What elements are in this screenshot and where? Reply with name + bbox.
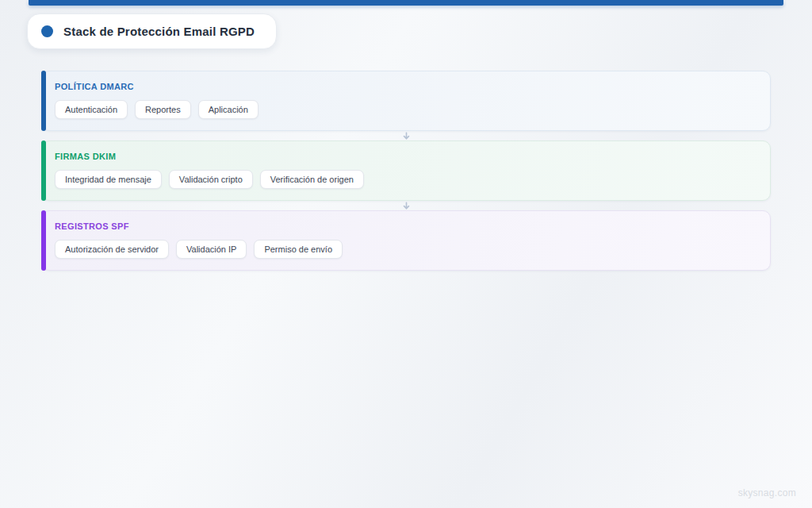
layer-title-spf: REGISTROS SPF (55, 221, 757, 231)
layer-card-dkim: FIRMAS DKIM Integridad de mensaje Valida… (41, 140, 771, 201)
page-title: Stack de Protección Email RGPD (63, 25, 255, 38)
accent-bar (41, 71, 46, 131)
top-accent-bar (29, 0, 783, 6)
chip-autorizacion-servidor: Autorización de servidor (55, 240, 169, 259)
accent-bar (41, 140, 46, 201)
connector-2 (41, 201, 771, 210)
arrow-down-icon (402, 202, 411, 210)
watermark: skysnag.com (738, 487, 796, 498)
chip-validacion-ip: Validación IP (176, 240, 247, 259)
layer-card-dmarc: POLÍTICA DMARC Autenticación Reportes Ap… (41, 71, 771, 131)
connector-1 (41, 131, 771, 140)
chip-permiso-envio: Permiso de envío (254, 240, 343, 259)
protection-stack: POLÍTICA DMARC Autenticación Reportes Ap… (41, 71, 771, 271)
layer-title-dkim: FIRMAS DKIM (55, 152, 757, 161)
layer-title-dmarc: POLÍTICA DMARC (55, 82, 757, 91)
accent-bar (41, 210, 46, 271)
chip-row: Autorización de servidor Validación IP P… (55, 240, 757, 259)
chip-integridad: Integridad de mensaje (55, 170, 162, 189)
bullet-icon (41, 25, 53, 37)
layer-card-spf: REGISTROS SPF Autorización de servidor V… (41, 210, 771, 271)
arrow-down-icon (402, 132, 411, 140)
chip-validacion-cripto: Validación cripto (169, 170, 253, 189)
chip-autenticacion: Autenticación (55, 100, 128, 119)
chip-row: Autenticación Reportes Aplicación (55, 100, 757, 119)
chip-reportes: Reportes (135, 100, 191, 119)
chip-row: Integridad de mensaje Validación cripto … (55, 170, 757, 189)
chip-aplicacion: Aplicación (198, 100, 259, 119)
title-card: Stack de Protección Email RGPD (27, 13, 277, 49)
chip-verificacion-origen: Verificación de origen (260, 170, 364, 189)
